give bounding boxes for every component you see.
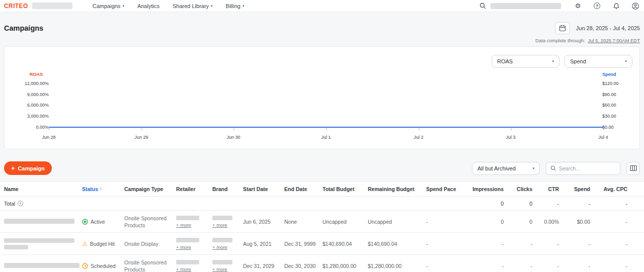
col-avg-cpc[interactable]: Avg. CPC xyxy=(598,186,635,192)
total-ctr: - xyxy=(540,201,567,207)
status-cell: Scheduled xyxy=(82,263,124,269)
col-brand[interactable]: Brand xyxy=(212,186,243,192)
brand-more-link[interactable]: + more xyxy=(212,266,227,272)
campaign-type-cell: Onsite Sponsored Products xyxy=(124,215,176,229)
spend-cell: - xyxy=(567,241,598,247)
retailer-more-link[interactable]: + more xyxy=(176,244,191,250)
brand-more-link[interactable]: + more xyxy=(212,244,227,250)
spend-pace-cell: - xyxy=(426,263,469,269)
nav-campaigns[interactable]: Campaigns ▾ xyxy=(93,3,124,9)
account-name-redacted[interactable] xyxy=(32,3,72,9)
columns-button[interactable] xyxy=(626,162,640,175)
campaigns-table: Name Status ↑ Campaign Type Retailer Bra… xyxy=(0,181,644,272)
right-metric-value: Spend xyxy=(570,58,586,64)
spend-cell: $0.00 xyxy=(567,219,598,225)
left-axis-label: ROAS xyxy=(5,72,43,77)
col-campaign-type[interactable]: Campaign Type xyxy=(124,186,176,192)
left-axis-tick: 6,000.00% xyxy=(5,103,49,108)
user-icon[interactable] xyxy=(631,2,639,10)
col-total-budget[interactable]: Total Budget xyxy=(323,186,368,192)
campaign-name-redacted xyxy=(4,263,79,268)
retailer-more-link[interactable]: + more xyxy=(176,266,191,272)
left-axis-tick: 12,000.00% xyxy=(5,81,49,86)
table-search[interactable] xyxy=(546,162,620,175)
campaign-name-cell[interactable] xyxy=(0,238,82,249)
brand-cell: + more xyxy=(212,216,243,228)
col-impressions[interactable]: Impressions xyxy=(469,186,512,192)
retailer-cell: + more xyxy=(176,216,212,228)
retailer-more-link[interactable]: + more xyxy=(176,222,191,228)
total-spend: - xyxy=(567,201,598,207)
status-label: Scheduled xyxy=(91,263,116,269)
table-row[interactable]: Active Onsite Sponsored Products + more … xyxy=(0,211,644,233)
table-row[interactable]: ⚠ Budget Hit Onsite Display + more + mor… xyxy=(0,233,644,255)
chevron-down-icon: ▾ xyxy=(552,59,554,63)
new-campaign-button[interactable]: + Campaign xyxy=(4,161,52,175)
total-clicks: 0 xyxy=(512,201,540,207)
col-remaining-budget[interactable]: Remaining Budget xyxy=(368,186,426,192)
brand-more-link[interactable]: + more xyxy=(212,222,227,228)
retailer-redacted xyxy=(176,260,199,264)
right-axis-tick: $0.00 xyxy=(602,125,628,130)
spend-pace-cell: - xyxy=(426,219,469,225)
brand-redacted xyxy=(212,238,232,242)
info-icon[interactable]: i xyxy=(18,201,23,206)
end-date-cell: Dec 31, 9999 xyxy=(284,241,323,247)
col-retailer[interactable]: Retailer xyxy=(176,186,212,192)
campaign-name-redacted xyxy=(4,219,74,224)
impressions-cell: 0 xyxy=(469,219,512,225)
table-row[interactable]: Scheduled Onsite Sponsored Products + mo… xyxy=(0,255,644,272)
warning-icon: ⚠ xyxy=(82,241,88,247)
calendar-button[interactable] xyxy=(555,22,570,34)
col-status-sorted[interactable]: Status ↑ xyxy=(82,186,124,192)
right-metric-select[interactable]: Spend ▾ xyxy=(565,55,632,68)
brand-redacted xyxy=(212,260,232,264)
campaign-name-cell[interactable] xyxy=(0,263,82,269)
x-axis-tick: Jul 3 xyxy=(506,135,515,140)
gear-icon[interactable]: ⚙ xyxy=(574,2,582,10)
page-title: Campaigns xyxy=(4,24,43,32)
col-spend[interactable]: Spend xyxy=(567,186,598,192)
chevron-down-icon: ▾ xyxy=(625,59,627,63)
col-ctr[interactable]: CTR xyxy=(540,186,567,192)
col-spend-pace[interactable]: Spend Pace xyxy=(426,186,469,192)
archive-filter-select[interactable]: All but Archived ▾ xyxy=(472,162,540,175)
search-icon[interactable] xyxy=(479,2,487,10)
spend-pace-cell: - xyxy=(426,241,469,247)
chart-metric-selects: ROAS ▾ Spend ▾ xyxy=(492,55,632,68)
nav-shared-library[interactable]: Shared Library ▾ xyxy=(173,3,213,9)
end-date-cell: Dec 30, 2030 xyxy=(284,263,323,269)
page-header: Campaigns Jun 28, 2025 - Jul 4, 2025 xyxy=(0,12,644,34)
help-icon[interactable]: ? xyxy=(593,2,601,10)
retailer-cell: + more xyxy=(176,238,212,250)
col-start-date[interactable]: Start Date xyxy=(243,186,284,192)
campaign-name-cell[interactable] xyxy=(0,219,82,225)
performance-chart-card: ROAS ▾ Spend ▾ ROAS Spend 12,000.00% 9,0… xyxy=(4,46,640,149)
campaign-type-cell: Onsite Sponsored Products xyxy=(124,259,176,272)
total-avg-cpc: - xyxy=(598,201,635,207)
x-axis-tick: Jun 29 xyxy=(134,135,148,140)
avg-cpc-cell: - xyxy=(598,241,635,247)
criteo-logo[interactable]: CRITEO xyxy=(4,3,28,10)
end-date-cell: None xyxy=(284,219,323,225)
nav-billing[interactable]: Billing ▾ xyxy=(226,3,245,9)
data-complete-label: Data complete through: xyxy=(535,38,585,43)
bell-icon[interactable] xyxy=(612,2,620,10)
chevron-down-icon: ▾ xyxy=(122,4,124,8)
col-end-date[interactable]: End Date xyxy=(284,186,323,192)
impressions-cell: - xyxy=(469,263,512,269)
col-clicks[interactable]: Clicks xyxy=(512,186,540,192)
table-search-input[interactable] xyxy=(559,165,616,171)
global-search-value-redacted[interactable] xyxy=(491,3,561,9)
total-budget-cell: Uncapped xyxy=(323,219,368,225)
col-name[interactable]: Name xyxy=(0,186,82,192)
top-nav: CRITEO Campaigns ▾ Analytics Shared Libr… xyxy=(0,0,644,12)
nav-shared-library-label: Shared Library xyxy=(173,3,209,9)
left-metric-select[interactable]: ROAS ▾ xyxy=(492,55,559,68)
total-row: Total i 0 0 - - - xyxy=(0,197,644,211)
nav-analytics[interactable]: Analytics xyxy=(137,3,159,9)
data-complete-link[interactable]: Jul 5, 2025 7:00AM EDT xyxy=(588,38,640,43)
retailer-redacted xyxy=(176,238,199,242)
right-axis-tick: $30.00 xyxy=(602,114,628,119)
spend-line-series xyxy=(49,127,603,128)
